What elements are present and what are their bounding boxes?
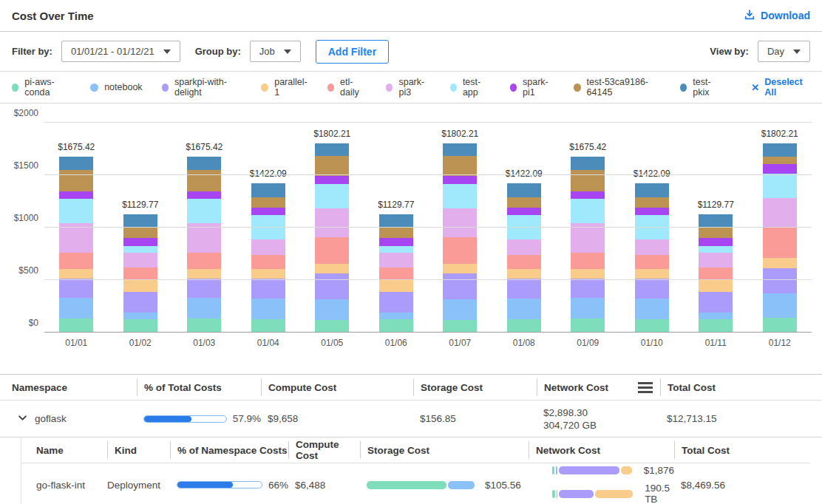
legend-item-sparkpi-with-delight[interactable]: sparkpi-with-delight xyxy=(162,77,242,98)
bar-segment-test-53ca9186-64145[interactable] xyxy=(763,157,797,164)
bar-segment-test-app[interactable] xyxy=(699,246,733,253)
bar-segment-sparkpi-with-delight[interactable] xyxy=(251,279,285,299)
bar-segment-test-app[interactable] xyxy=(315,184,349,209)
bar-segment-etl-daily[interactable] xyxy=(315,237,349,264)
bar-segment-etl-daily[interactable] xyxy=(59,253,93,269)
bar-segment-test-pkix[interactable] xyxy=(187,157,221,170)
bar-segment-test-app[interactable] xyxy=(187,199,221,223)
bar-segment-parallel-1[interactable] xyxy=(379,279,413,291)
legend-item-etl-daily[interactable]: etl-daily xyxy=(327,77,367,98)
bar-segment-test-app[interactable] xyxy=(379,246,413,253)
bar-segment-parallel-1[interactable] xyxy=(187,269,221,279)
bar-segment-pi-aws-conda[interactable] xyxy=(315,320,349,333)
bar-segment-notebook[interactable] xyxy=(571,298,605,319)
bar-segment-test-pkix[interactable] xyxy=(443,143,477,156)
bar-segment-parallel-1[interactable] xyxy=(315,264,349,273)
bar-segment-spark-pi1[interactable] xyxy=(507,208,541,215)
bar-segment-notebook[interactable] xyxy=(251,299,285,320)
bar-segment-pi-aws-conda[interactable] xyxy=(763,318,797,333)
bar-segment-pi-aws-conda[interactable] xyxy=(443,320,477,333)
bar-segment-test-53ca9186-64145[interactable] xyxy=(443,156,477,176)
bar-segment-notebook[interactable] xyxy=(507,299,541,320)
bar-segment-notebook[interactable] xyxy=(187,298,221,319)
bar-segment-spark-pi1[interactable] xyxy=(187,191,221,199)
legend-item-parallel-1[interactable]: parallel-1 xyxy=(261,77,308,98)
bar-segment-etl-daily[interactable] xyxy=(187,253,221,269)
bar-segment-test-53ca9186-64145[interactable] xyxy=(251,197,285,207)
bar-segment-test-53ca9186-64145[interactable] xyxy=(635,197,669,207)
stacked-bar-01/01[interactable] xyxy=(59,157,93,333)
bar-segment-pi-aws-conda[interactable] xyxy=(635,319,669,333)
bar-segment-test-53ca9186-64145[interactable] xyxy=(379,228,413,238)
group-by-select[interactable]: Job xyxy=(250,41,301,62)
column-header-name[interactable]: Name xyxy=(21,441,107,459)
bar-segment-test-pkix[interactable] xyxy=(59,157,93,170)
column-header-storage[interactable]: Storage Cost xyxy=(360,441,529,459)
column-settings-icon[interactable] xyxy=(638,382,653,393)
stacked-bar-01/09[interactable] xyxy=(571,157,605,333)
bar-segment-pi-aws-conda[interactable] xyxy=(59,319,93,333)
bar-segment-test-53ca9186-64145[interactable] xyxy=(59,170,93,191)
bar-segment-parallel-1[interactable] xyxy=(635,269,669,279)
stacked-bar-01/05[interactable] xyxy=(315,143,349,333)
bar-segment-pi-aws-conda[interactable] xyxy=(123,319,157,333)
bar-segment-etl-daily[interactable] xyxy=(571,253,605,269)
bar-segment-spark-pi1[interactable] xyxy=(315,176,349,183)
bar-segment-test-app[interactable] xyxy=(571,199,605,223)
bar-segment-sparkpi-with-delight[interactable] xyxy=(763,268,797,293)
add-filter-button[interactable]: Add Filter xyxy=(316,40,389,64)
bar-segment-spark-pi3[interactable] xyxy=(443,208,477,236)
column-header-network[interactable]: Network Cost xyxy=(537,378,660,396)
bar-segment-test-53ca9186-64145[interactable] xyxy=(571,170,605,191)
chevron-down-icon[interactable] xyxy=(18,413,27,425)
bar-segment-etl-daily[interactable] xyxy=(699,268,733,279)
bar-segment-notebook[interactable] xyxy=(443,299,477,320)
legend-item-spark-pi3[interactable]: spark-pi3 xyxy=(386,77,430,98)
bar-segment-test-pkix[interactable] xyxy=(507,183,541,197)
bar-segment-pi-aws-conda[interactable] xyxy=(379,319,413,333)
bar-segment-pi-aws-conda[interactable] xyxy=(571,319,605,333)
bar-segment-parallel-1[interactable] xyxy=(59,269,93,279)
legend-item-test-53ca9186-64145[interactable]: test-53ca9186-64145 xyxy=(574,77,661,98)
bar-segment-test-pkix[interactable] xyxy=(315,143,349,156)
bar-segment-spark-pi3[interactable] xyxy=(763,198,797,228)
legend-item-test-pkix[interactable]: test-pkix xyxy=(680,77,721,98)
bar-segment-parallel-1[interactable] xyxy=(571,269,605,279)
bar-segment-spark-pi1[interactable] xyxy=(443,176,477,183)
bar-segment-sparkpi-with-delight[interactable] xyxy=(699,292,733,313)
deselect-all-button[interactable]: ✕ Deselect All xyxy=(751,77,810,98)
bar-segment-sparkpi-with-delight[interactable] xyxy=(315,273,349,299)
bar-segment-spark-pi1[interactable] xyxy=(379,238,413,246)
bar-segment-test-pkix[interactable] xyxy=(763,143,797,157)
legend-item-test-app[interactable]: test-app xyxy=(450,77,491,98)
column-header-kind[interactable]: Kind xyxy=(107,441,170,459)
bar-segment-notebook[interactable] xyxy=(59,298,93,319)
bar-segment-parallel-1[interactable] xyxy=(699,279,733,291)
bar-segment-sparkpi-with-delight[interactable] xyxy=(187,279,221,298)
bar-segment-spark-pi1[interactable] xyxy=(123,238,157,246)
bar-segment-spark-pi3[interactable] xyxy=(507,239,541,255)
bar-segment-spark-pi1[interactable] xyxy=(571,191,605,199)
bar-segment-parallel-1[interactable] xyxy=(763,258,797,268)
bar-segment-test-pkix[interactable] xyxy=(251,183,285,197)
bar-segment-etl-daily[interactable] xyxy=(123,268,157,279)
column-header-pct-namespace[interactable]: % of Namespace Costs xyxy=(170,441,288,459)
bar-segment-spark-pi3[interactable] xyxy=(315,208,349,236)
column-header-compute[interactable]: Compute Cost xyxy=(261,378,413,396)
bar-segment-test-53ca9186-64145[interactable] xyxy=(187,170,221,191)
bar-segment-test-pkix[interactable] xyxy=(379,214,413,228)
date-range-select[interactable]: 01/01/21 - 01/12/21 xyxy=(61,41,180,62)
bar-segment-notebook[interactable] xyxy=(123,313,157,319)
bar-segment-test-pkix[interactable] xyxy=(635,183,669,197)
view-by-select[interactable]: Day xyxy=(758,41,810,62)
bar-segment-etl-daily[interactable] xyxy=(635,255,669,269)
bar-segment-spark-pi3[interactable] xyxy=(635,239,669,255)
stacked-bar-01/12[interactable] xyxy=(763,143,797,333)
column-header-namespace[interactable]: Namespace xyxy=(12,378,137,396)
legend-item-spark-pi1[interactable]: spark-pi1 xyxy=(510,77,554,98)
stacked-bar-01/07[interactable] xyxy=(443,143,477,333)
bar-segment-parallel-1[interactable] xyxy=(443,264,477,273)
stacked-bar-01/02[interactable] xyxy=(123,214,157,333)
namespace-expand-cell[interactable]: goflask xyxy=(12,413,137,425)
column-header-pct-total[interactable]: % of Total Costs xyxy=(137,378,261,396)
